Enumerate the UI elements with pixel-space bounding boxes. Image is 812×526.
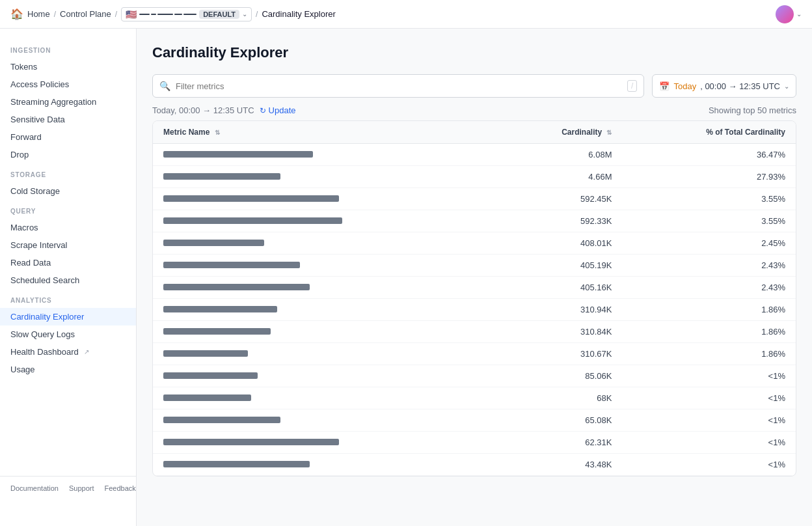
- table-row[interactable]: 592.33K3.55%: [153, 210, 796, 232]
- home-icon: 🏠: [10, 8, 23, 20]
- table-row[interactable]: 310.94K1.86%: [153, 299, 796, 321]
- sort-icon: ⇅: [215, 129, 220, 136]
- cardinality-cell: 43.48K: [499, 454, 623, 476]
- table-row[interactable]: 85.06K<1%: [153, 365, 796, 387]
- metric-name-redacted: [163, 262, 300, 268]
- sidebar-item-cold-storage[interactable]: Cold Storage: [0, 182, 136, 200]
- table-row[interactable]: 6.08M36.47%: [153, 144, 796, 166]
- nav-sep-3: /: [256, 10, 258, 19]
- metric-name-cell: [153, 321, 499, 343]
- env-dots: [139, 14, 196, 15]
- metric-name-cell: [153, 232, 499, 255]
- table-header: Metric Name ⇅ Cardinality ⇅ % of Total C…: [153, 121, 796, 144]
- table-row[interactable]: 310.67K1.86%: [153, 343, 796, 365]
- table-row[interactable]: 65.08K<1%: [153, 409, 796, 432]
- metric-name-redacted: [163, 328, 271, 335]
- col-metric-name-label: Metric Name: [163, 128, 210, 137]
- col-cardinality[interactable]: Cardinality ⇅: [499, 121, 623, 144]
- sidebar-item-usage[interactable]: Usage: [0, 361, 136, 378]
- avatar-image: [776, 5, 794, 23]
- sidebar-item-read-data[interactable]: Read Data: [0, 254, 136, 271]
- metric-name-cell: [153, 210, 499, 232]
- env-flag: 🇺🇸: [126, 9, 137, 20]
- metric-name-redacted: [163, 417, 280, 423]
- pct-cell: 36.47%: [622, 144, 796, 166]
- metric-name-redacted: [163, 372, 258, 379]
- table-row[interactable]: 408.01K2.45%: [153, 232, 796, 255]
- range-label: Today, 00:00 → 12:35 UTC: [152, 105, 254, 115]
- control-plane-link[interactable]: Control Plane: [60, 9, 111, 19]
- table-row[interactable]: 592.45K3.55%: [153, 188, 796, 210]
- metric-name-redacted: [163, 350, 248, 357]
- metric-name-cell: [153, 299, 499, 321]
- metric-name-redacted: [163, 439, 339, 445]
- sidebar-item-sensitive-data[interactable]: Sensitive Data: [0, 111, 136, 128]
- sidebar-item-tokens[interactable]: Tokens: [0, 58, 136, 76]
- cardinality-cell: 310.67K: [499, 343, 623, 365]
- footer-link-documentation[interactable]: Documentation: [10, 484, 59, 508]
- metric-name-redacted: [163, 195, 339, 202]
- nav-sep-2: /: [115, 10, 117, 19]
- pct-cell: 3.55%: [622, 210, 796, 232]
- pct-cell: 3.55%: [622, 188, 796, 210]
- table-row[interactable]: 405.19K2.43%: [153, 255, 796, 277]
- metric-name-cell: [153, 144, 499, 166]
- external-link-icon: ↗: [84, 348, 89, 355]
- calendar-icon: 📅: [659, 81, 670, 91]
- sidebar-section-analytics: ANALYTICS: [0, 289, 136, 308]
- table-row[interactable]: 405.16K2.43%: [153, 277, 796, 299]
- metric-name-redacted: [163, 461, 310, 467]
- sidebar-item-forward[interactable]: Forward: [0, 128, 136, 146]
- avatar-chevron-icon[interactable]: ⌄: [796, 10, 802, 18]
- cardinality-cell: 85.06K: [499, 365, 623, 387]
- pct-cell: 2.43%: [622, 255, 796, 277]
- filter-input[interactable]: [176, 81, 622, 91]
- sidebar-item-access-policies[interactable]: Access Policies: [0, 76, 136, 93]
- sidebar-item-scrape-interval[interactable]: Scrape Interval: [0, 236, 136, 254]
- filter-input-wrapper: 🔍 /: [152, 74, 644, 98]
- footer-link-support[interactable]: Support: [69, 484, 94, 508]
- table-row[interactable]: 4.66M27.93%: [153, 166, 796, 188]
- cardinality-cell: 62.31K: [499, 432, 623, 454]
- cardinality-cell: 408.01K: [499, 232, 623, 255]
- table-row[interactable]: 43.48K<1%: [153, 454, 796, 476]
- avatar[interactable]: [776, 5, 794, 23]
- metric-name-redacted: [163, 240, 264, 246]
- pct-cell: 1.86%: [622, 321, 796, 343]
- table-row[interactable]: 62.31K<1%: [153, 432, 796, 454]
- pct-cell: 2.43%: [622, 277, 796, 299]
- showing-label: Showing top 50 metrics: [709, 105, 796, 115]
- metric-name-redacted: [163, 151, 313, 158]
- topnav-right: ⌄: [776, 5, 802, 23]
- sidebar-footer: DocumentationSupportFeedbackLicenses© 20…: [0, 476, 136, 516]
- pct-cell: <1%: [622, 365, 796, 387]
- sidebar-item-scheduled-search[interactable]: Scheduled Search: [0, 271, 136, 289]
- nav-sep-1: /: [54, 10, 56, 19]
- date-picker[interactable]: 📅 Today , 00:00 → 12:35 UTC ⌄: [652, 74, 796, 98]
- sidebar-item-macros[interactable]: Macros: [0, 219, 136, 236]
- metrics-table: Metric Name ⇅ Cardinality ⇅ % of Total C…: [153, 121, 796, 476]
- table-row[interactable]: 68K<1%: [153, 387, 796, 409]
- current-page-label: Cardinality Explorer: [262, 9, 335, 19]
- pct-cell: <1%: [622, 454, 796, 476]
- metric-name-cell: [153, 343, 499, 365]
- metric-name-cell: [153, 432, 499, 454]
- sidebar-item-streaming-aggregation[interactable]: Streaming Aggregation: [0, 93, 136, 111]
- app-layout: INGESTIONTokensAccess PoliciesStreaming …: [0, 29, 812, 526]
- sidebar-item-cardinality-explorer[interactable]: Cardinality Explorer: [0, 308, 136, 325]
- today-label: Today: [673, 81, 696, 91]
- sidebar-item-drop[interactable]: Drop: [0, 146, 136, 163]
- footer-link-feedback[interactable]: Feedback: [105, 484, 136, 508]
- col-metric-name[interactable]: Metric Name ⇅: [153, 121, 499, 144]
- update-button[interactable]: ↻ Update: [260, 105, 296, 115]
- col-pct-label: % of Total Cardinality: [706, 128, 785, 137]
- sidebar-content: INGESTIONTokensAccess PoliciesStreaming …: [0, 39, 136, 476]
- col-cardinality-label: Cardinality: [562, 128, 602, 137]
- sidebar-item-health-dashboard[interactable]: Health Dashboard↗: [0, 343, 136, 361]
- table-row[interactable]: 310.84K1.86%: [153, 321, 796, 343]
- home-link[interactable]: Home: [27, 9, 50, 19]
- sidebar: INGESTIONTokensAccess PoliciesStreaming …: [0, 29, 137, 526]
- env-selector[interactable]: 🇺🇸 DEFAULT ⌄: [121, 7, 252, 21]
- pct-cell: 2.45%: [622, 232, 796, 255]
- sidebar-item-slow-query-logs[interactable]: Slow Query Logs: [0, 325, 136, 343]
